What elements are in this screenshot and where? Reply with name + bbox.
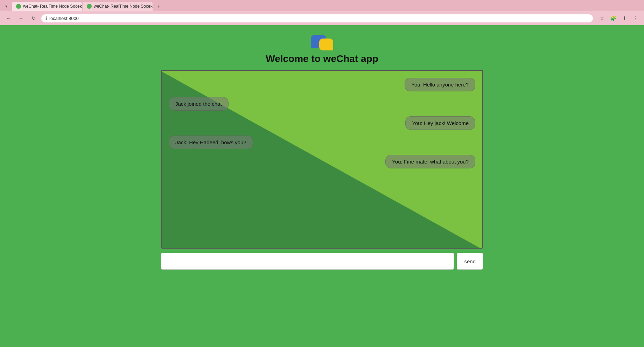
back-button[interactable]: ← bbox=[4, 13, 13, 23]
message-row-3: You: Hey jack! Welcome bbox=[169, 116, 475, 130]
chat-container: You: Hello anyone here? Jack joined the … bbox=[161, 70, 483, 249]
browser-tab-2[interactable]: weChat- RealTime Node Socek: ✕ bbox=[83, 2, 153, 11]
message-bubble-3: You: Hey jack! Welcome bbox=[405, 116, 475, 130]
message-bubble-4: Jack: Hey Hadeed, hows you? bbox=[169, 136, 253, 149]
tab-label-1: weChat- RealTime Node Socek: bbox=[23, 4, 82, 9]
message-row-5: You: Fine mate, what about you? bbox=[169, 155, 475, 168]
logo-bubble-front bbox=[319, 39, 333, 50]
address-lock-icon: ℹ bbox=[46, 16, 47, 21]
bookmark-button[interactable]: ☆ bbox=[597, 13, 607, 23]
tab-bar: ▾ weChat- RealTime Node Socek: ✕ weChat-… bbox=[0, 0, 644, 11]
menu-button[interactable]: ⋮ bbox=[631, 13, 640, 23]
input-area: send bbox=[161, 253, 483, 270]
page-content: Welcome to weChat app You: Hello anyone … bbox=[0, 25, 644, 347]
address-bar: ← → ↻ ℹ ☆ 🧩 ⬇ ⋮ bbox=[0, 11, 644, 25]
tab-dropdown-arrow[interactable]: ▾ bbox=[3, 3, 10, 10]
app-title: Welcome to weChat app bbox=[266, 53, 378, 64]
address-input[interactable] bbox=[49, 16, 589, 21]
browser-tab-1[interactable]: weChat- RealTime Node Socek: ✕ bbox=[12, 2, 82, 11]
new-tab-button[interactable]: + bbox=[153, 1, 163, 11]
browser-chrome: ▾ weChat- RealTime Node Socek: ✕ weChat-… bbox=[0, 0, 644, 25]
message-bubble-1: You: Hello anyone here? bbox=[405, 78, 475, 91]
download-button[interactable]: ⬇ bbox=[620, 13, 629, 23]
tab-label-2: weChat- RealTime Node Socek: bbox=[94, 4, 153, 9]
app-header: Welcome to weChat app bbox=[266, 32, 378, 64]
message-bubble-2: Jack joined the chat bbox=[169, 97, 229, 111]
app-logo bbox=[311, 32, 333, 50]
forward-button[interactable]: → bbox=[16, 13, 26, 23]
address-input-wrap: ℹ bbox=[41, 14, 593, 22]
send-button[interactable]: send bbox=[457, 253, 483, 270]
reload-button[interactable]: ↻ bbox=[29, 13, 38, 23]
message-bubble-5: You: Fine mate, what about you? bbox=[385, 155, 475, 168]
message-row-4: Jack: Hey Hadeed, hows you? bbox=[169, 136, 475, 149]
tab-favicon-2 bbox=[87, 4, 92, 9]
message-input[interactable] bbox=[161, 253, 454, 270]
message-row-2: Jack joined the chat bbox=[169, 97, 475, 111]
extensions-button[interactable]: 🧩 bbox=[608, 13, 618, 23]
tab-favicon-1 bbox=[16, 4, 21, 9]
browser-actions: ☆ 🧩 ⬇ ⋮ bbox=[597, 13, 640, 23]
message-row-1: You: Hello anyone here? bbox=[169, 78, 475, 91]
